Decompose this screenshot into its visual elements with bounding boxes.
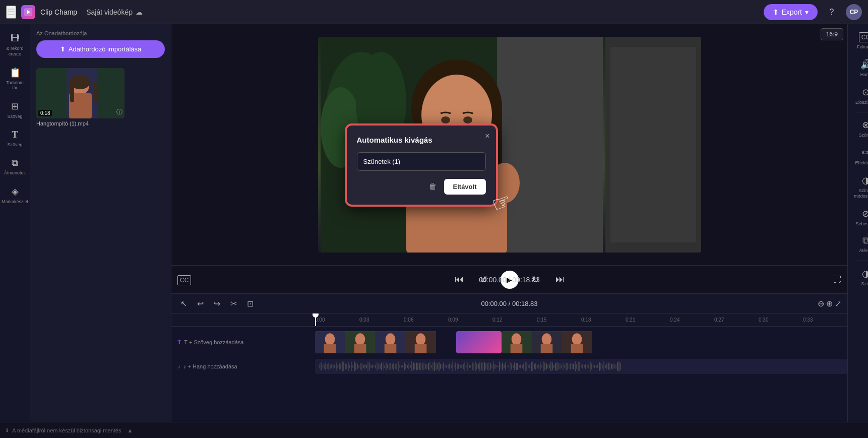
menu-button[interactable]: ☰	[6, 6, 16, 19]
modal-close-button[interactable]: ×	[485, 132, 489, 141]
effects-icon: ✏	[862, 147, 868, 158]
sidebar-item-speed[interactable]: ⊘ Sebesség	[849, 204, 869, 231]
trash-icon: 🗑	[429, 182, 437, 191]
app-logo	[21, 5, 35, 19]
skip-forward-button[interactable]: ⏭	[552, 271, 568, 288]
ruler-mark-24: 0:24	[670, 317, 714, 323]
filters-label: Szűrők	[858, 133, 868, 138]
ruler-mark-3: 0:03	[359, 317, 404, 323]
add-text-label[interactable]: T + Szöveg hozzáadása	[184, 339, 243, 345]
svg-rect-40	[415, 344, 427, 353]
video-right-frame	[605, 37, 701, 253]
sidebar-item-content[interactable]: 📋 Tartalom tár	[2, 63, 29, 95]
select-tool-button[interactable]: ↖	[177, 297, 190, 310]
undo-button[interactable]: ↩	[194, 297, 207, 310]
media-grid: 0:18 ⓘ Hangtompító (1).mp4	[30, 64, 171, 131]
timeline-time-counter: 00:00.00 / 00:18.83	[481, 300, 537, 307]
sidebar-item-captions[interactable]: CC Feliratok	[849, 28, 869, 54]
media-duration: 0:18	[38, 110, 52, 116]
modal-select[interactable]: Szünetek (1)	[357, 152, 486, 171]
redo-icon: ↪	[214, 299, 220, 308]
add-audio-label[interactable]: ♪ + Hang hozzáadása	[183, 363, 237, 369]
sidebar-separator-2	[856, 261, 869, 261]
aspect-ratio-badge[interactable]: 16:9	[821, 28, 843, 40]
skip-back-icon: ⏮	[455, 274, 464, 284]
expand-timeline-button[interactable]: ⤢	[835, 299, 841, 308]
sidebar-item-brand[interactable]: ◈ Márkakészlet	[2, 182, 29, 209]
bottom-bar: ℹ A médiafájlról nem készül biztonsági m…	[0, 422, 868, 438]
ruler-marks: 0:00 0:03 0:06 0:09 0:12 0:15 0:18 0:21 …	[315, 317, 847, 323]
title-clip[interactable]	[456, 331, 502, 353]
sidebar-item-effects[interactable]: ✏ Effektusok	[849, 143, 869, 170]
sidebar-item-dissolve[interactable]: ⊙ Eloszlátás	[849, 83, 869, 109]
text-icon: T	[12, 130, 18, 140]
preview-area: 16:9	[171, 24, 847, 265]
import-icon: ⬆	[60, 45, 66, 53]
svg-rect-31	[324, 344, 336, 353]
svg-rect-15	[497, 37, 603, 253]
playback-controls: CC ⏮ ↺ ▶ ↻ ⏭ 00:00.00 / 00:18.83	[171, 265, 847, 293]
zoom-out-button[interactable]: ⊖	[818, 299, 824, 308]
audio-track-label: ♪ ♪ + Hang hozzáadása	[171, 363, 315, 370]
fullscreen-icon: ⛶	[833, 275, 841, 284]
sidebar-item-filters[interactable]: ⊗ Szűrők	[849, 115, 869, 142]
media-info-icon: ⓘ	[116, 108, 122, 116]
sidebar-separator	[856, 112, 869, 112]
media-panel-label: Az Önadathordozója	[36, 30, 165, 36]
svg-point-25	[463, 116, 472, 123]
svg-point-24	[441, 116, 450, 123]
import-button[interactable]: ⬆ Adathordozó importálása	[36, 40, 165, 58]
magnet-icon: ⊡	[247, 299, 254, 308]
sidebar-label-text: Szöveg	[7, 142, 22, 148]
media-filename: Hangtompító (1).mp4	[36, 120, 125, 127]
sidebar-item-color[interactable]: ◑ Szín	[849, 264, 869, 291]
video-track-content	[315, 331, 847, 353]
ruler-mark-6: 0:06	[404, 317, 448, 323]
zoom-controls: ⊖ ⊕ ⤢	[818, 299, 841, 308]
audio-icon: 🔊	[860, 59, 869, 70]
color-grade-icon: ◑	[862, 175, 869, 186]
fullscreen-button[interactable]: ⛶	[833, 275, 841, 284]
sidebar-item-media[interactable]: 🎞 & rekordcreate	[2, 29, 29, 61]
main-area: 🎞 & rekordcreate 📋 Tartalom tár ⊞ Szöveg…	[0, 24, 868, 422]
video-clip-1[interactable]	[315, 331, 456, 353]
sidebar-item-templates[interactable]: ⊞ Szöveg	[2, 97, 29, 123]
svg-rect-8	[70, 82, 74, 102]
sidebar-item-audio[interactable]: 🔊 Hang	[849, 55, 869, 82]
cut-button[interactable]: ✂	[227, 297, 240, 310]
sidebar-item-color-grade[interactable]: ◑ Színek módosítása	[849, 171, 869, 203]
svg-rect-9	[93, 82, 97, 102]
magnet-button[interactable]: ⊡	[244, 297, 257, 310]
export-button[interactable]: ⬆ Export ▾	[764, 4, 818, 20]
audio-waveform[interactable]: // Generate waveform bars inline const w…	[315, 359, 847, 374]
media-thumbnail[interactable]: 0:18 ⓘ	[36, 68, 125, 118]
modal-apply-button[interactable]: Eltávolt	[444, 179, 486, 195]
redo-button[interactable]: ↪	[211, 297, 223, 310]
cut-icon: ✂	[230, 299, 237, 308]
video-clip-2[interactable]	[502, 331, 643, 353]
audio-label: Hang	[860, 72, 868, 78]
timeline-area: 0:00 0:03 0:06 0:09 0:12 0:15 0:18 0:21 …	[171, 314, 847, 422]
sidebar-item-text[interactable]: T Szöveg	[2, 126, 29, 152]
user-avatar[interactable]: CP	[846, 4, 862, 20]
right-sidebar: CC Feliratok 🔊 Hang ⊙ Eloszlátás ⊗ Szűrő…	[847, 24, 868, 422]
svg-rect-37	[385, 344, 397, 353]
svg-rect-34	[354, 344, 366, 353]
color-label: Szín	[861, 281, 868, 287]
color-icon: ◑	[862, 268, 869, 279]
svg-point-33	[355, 333, 365, 345]
svg-point-42	[512, 333, 522, 345]
subtitle-toggle-button[interactable]: CC	[177, 276, 191, 284]
help-button[interactable]: ?	[824, 4, 840, 20]
modal-delete-button[interactable]: 🗑	[426, 179, 440, 194]
zoom-in-icon: ⊕	[826, 299, 833, 308]
zoom-in-button[interactable]: ⊕	[826, 299, 833, 308]
topbar-left: ☰ Clip Champ Saját videókép ☁	[6, 5, 758, 19]
list-item[interactable]: 0:18 ⓘ Hangtompító (1).mp4	[36, 68, 125, 127]
topbar-right: ⬆ Export ▾ ? CP	[764, 4, 862, 20]
expand-icon: ⤢	[835, 299, 841, 308]
skip-back-button[interactable]: ⏮	[452, 271, 467, 288]
sidebar-item-transitions[interactable]: ⧉ Átmenetek	[2, 154, 29, 180]
playhead[interactable]	[315, 314, 316, 326]
sidebar-item-transition[interactable]: ⧉ Átérés	[849, 231, 869, 258]
